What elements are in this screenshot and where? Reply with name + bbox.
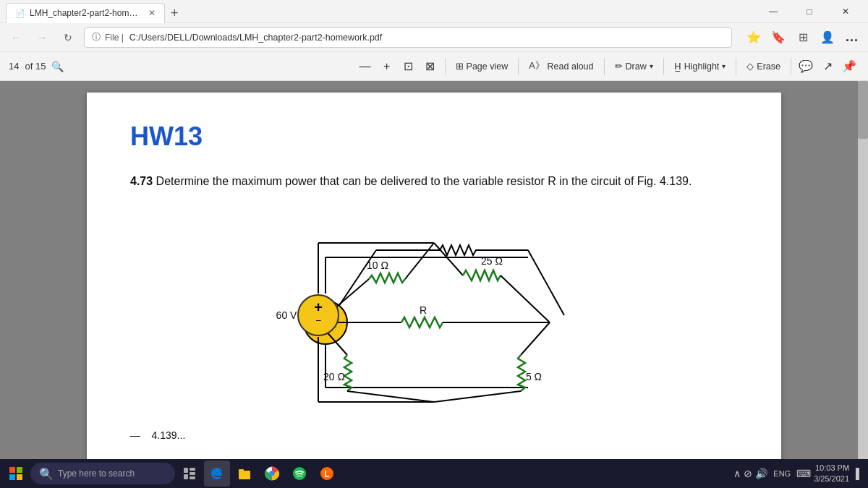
svg-rect-39	[9, 474, 15, 480]
draw-button[interactable]: ✏ Draw ▾	[609, 59, 659, 74]
refresh-button[interactable]: ↻	[58, 27, 78, 48]
svg-line-3	[528, 250, 564, 315]
chrome-icon	[265, 466, 279, 481]
svg-text:25 Ω: 25 Ω	[481, 255, 503, 267]
svg-text:60 V: 60 V	[276, 309, 297, 321]
maximize-button[interactable]: □	[793, 0, 826, 23]
read-aloud-icon: A》	[529, 60, 544, 72]
comment-button[interactable]: 💬	[796, 56, 816, 77]
pdf-icon: 📄	[15, 9, 25, 18]
highlight-button[interactable]: H̲ Highlight ▾	[668, 59, 732, 74]
task-view-icon	[183, 467, 196, 480]
forward-button[interactable]: →	[32, 27, 52, 48]
windows-logo-icon	[9, 467, 22, 480]
task-view-button[interactable]	[176, 461, 203, 487]
system-date: 3/25/2021	[814, 474, 849, 484]
taskbar-spotify-button[interactable]	[286, 461, 312, 487]
svg-line-20	[521, 322, 550, 355]
draw-chevron: ▾	[650, 62, 653, 70]
system-time: 10:03 PM	[814, 463, 849, 474]
page-view-button[interactable]: ⊞ Page view	[450, 59, 514, 74]
taskbar: 🔍 Type here to search	[0, 459, 868, 488]
svg-text:5 Ω: 5 Ω	[526, 371, 542, 382]
svg-text:10 Ω: 10 Ω	[367, 260, 388, 271]
taskbar-edge-button[interactable]	[204, 461, 230, 487]
fullscreen-button[interactable]: ⊠	[420, 56, 441, 77]
taskbar-app-button[interactable]: L	[314, 461, 340, 487]
pdf-search-icon[interactable]: 🔍	[51, 61, 64, 72]
tab-area: 📄 LMH_chapter2-part2-homewor ✕ +	[6, 0, 757, 23]
svg-line-15	[405, 243, 434, 279]
draw-icon: ✏	[615, 61, 623, 72]
show-desktop-button[interactable]: ▐	[852, 468, 859, 479]
address-input[interactable]: ⓘ File | C:/Users/DELL/Downloads/LMH_cha…	[84, 27, 732, 48]
network-icon[interactable]: ⊘	[744, 468, 752, 479]
more-options-button[interactable]: ...	[842, 27, 862, 48]
pdf-page: HW13 4.73 Determine the maximum power th…	[87, 93, 781, 463]
problem-text: 4.73 Determine the maximum power that ca…	[130, 172, 738, 191]
share-button[interactable]: ↗	[817, 56, 838, 77]
collections-icon[interactable]: 🔖	[768, 27, 788, 48]
spotify-icon	[292, 466, 307, 481]
svg-text:20 Ω: 20 Ω	[323, 371, 345, 382]
keyboard-icon: ⌨	[796, 468, 811, 479]
language-indicator: ENG	[770, 469, 793, 478]
minimize-button[interactable]: —	[757, 0, 790, 23]
title-bar: 📄 LMH_chapter2-part2-homewor ✕ + — □ ✕	[0, 0, 868, 23]
erase-label: Erase	[757, 61, 780, 72]
back-button[interactable]: ←	[6, 27, 26, 48]
app-icon: L	[320, 466, 334, 481]
highlight-label: Highlight	[684, 61, 720, 72]
account-icon[interactable]: 👤	[817, 27, 838, 48]
address-text: C:/Users/DELL/Downloads/LMH_chapter2-par…	[129, 33, 382, 43]
svg-text:+: +	[314, 299, 323, 315]
current-page: 14	[9, 61, 19, 72]
page-view-icon: ⊞	[456, 61, 464, 72]
new-tab-button[interactable]: +	[165, 3, 184, 23]
scrollbar-track[interactable]	[858, 81, 868, 465]
svg-text:−: −	[315, 314, 321, 326]
taskbar-search-icon: 🔍	[39, 467, 54, 481]
svg-text:R: R	[420, 304, 427, 316]
svg-rect-42	[190, 468, 195, 471]
address-icons: ⭐ 🔖 ⊞ 👤 ...	[744, 27, 862, 48]
read-aloud-label: Read aloud	[548, 61, 594, 72]
problem-description: Determine the maximum power that can be …	[156, 175, 692, 187]
scrollbar-thumb[interactable]	[858, 81, 868, 139]
window-controls: — □ ✕	[757, 0, 862, 23]
zoom-minus-button[interactable]: —	[355, 56, 375, 77]
browser-tab[interactable]: 📄 LMH_chapter2-part2-homewor ✕	[6, 3, 165, 23]
erase-button[interactable]: ◇ Erase	[741, 59, 786, 74]
total-pages: of 15	[25, 61, 46, 72]
close-button[interactable]: ✕	[829, 0, 862, 23]
taskbar-chrome-button[interactable]	[259, 461, 285, 487]
read-aloud-button[interactable]: A》 Read aloud	[523, 58, 599, 74]
svg-rect-47	[239, 469, 244, 472]
pdf-toolbar-left: 14 of 15 🔍	[9, 61, 64, 72]
taskbar-search-bar[interactable]: 🔍 Type here to search	[30, 463, 175, 484]
svg-rect-37	[9, 467, 15, 473]
svg-rect-40	[17, 474, 22, 480]
svg-rect-43	[184, 474, 188, 479]
circuit-svg: + −	[260, 221, 608, 409]
next-problem-hint: — 4.139...	[130, 429, 738, 441]
circuit-diagram: + −	[130, 214, 738, 424]
address-bar: ← → ↻ ⓘ File | C:/Users/DELL/Downloads/L…	[0, 23, 868, 52]
svg-rect-45	[190, 476, 195, 479]
pin-button[interactable]: 📌	[839, 56, 859, 77]
start-button[interactable]	[3, 461, 29, 487]
draw-label: Draw	[626, 61, 647, 72]
tab-close-button[interactable]: ✕	[148, 8, 156, 18]
file-icon: ⓘ	[92, 31, 101, 43]
up-arrow-icon[interactable]: ∧	[733, 468, 741, 479]
profile-icon[interactable]: ⭐	[744, 27, 764, 48]
fit-page-button[interactable]: ⊡	[399, 56, 419, 77]
file-explorer-icon	[237, 466, 252, 481]
volume-icon[interactable]: 🔊	[755, 468, 767, 479]
zoom-plus-button[interactable]: +	[377, 56, 397, 77]
taskbar-explorer-button[interactable]	[231, 461, 258, 487]
sidebar-toggle[interactable]: ⊞	[793, 27, 813, 48]
system-clock[interactable]: 10:03 PM 3/25/2021	[814, 463, 849, 485]
svg-line-17	[501, 275, 550, 322]
edge-icon	[210, 466, 224, 481]
